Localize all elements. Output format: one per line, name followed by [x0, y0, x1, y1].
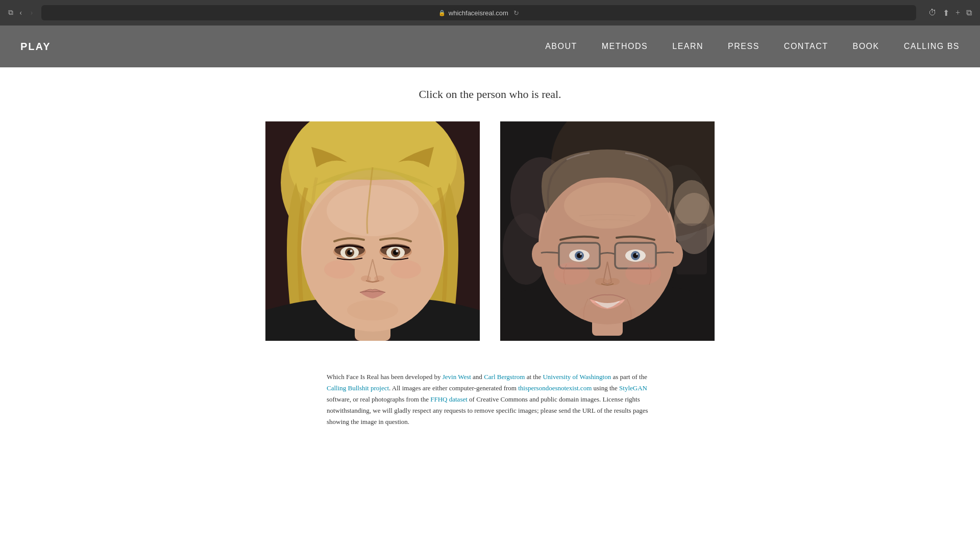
svg-point-55	[579, 302, 635, 324]
university-link[interactable]: University of Washington	[543, 373, 611, 381]
software-text: software, or real photographs from the	[327, 395, 430, 403]
instruction-text: Click on the person who is real.	[0, 88, 980, 101]
using-text: using the	[592, 384, 619, 392]
svg-point-31	[674, 180, 709, 226]
nav-link-methods[interactable]: METHODS	[602, 42, 648, 51]
nav-link-calling-bs[interactable]: CALLING BS	[904, 42, 960, 51]
svg-point-24	[347, 300, 398, 320]
svg-point-54	[625, 262, 661, 285]
portrait-left[interactable]	[265, 121, 480, 341]
svg-point-50	[636, 253, 638, 255]
add-tab-icon[interactable]: +	[955, 8, 960, 18]
back-button[interactable]: ‹	[17, 8, 24, 17]
stylegan-link[interactable]: StyleGAN	[619, 384, 647, 392]
nav-link-contact[interactable]: CONTACT	[784, 42, 828, 51]
suffix1: as part of the	[611, 373, 647, 381]
attribution-prefix: Which Face Is Real has been developed by	[327, 373, 443, 381]
svg-point-36	[564, 183, 651, 229]
browser-chrome: ⧉ ‹ › 🔒 whichfaceisreal.com ↻ ⏱ ⬆ + ⧉	[0, 0, 980, 26]
reload-icon[interactable]: ↻	[513, 9, 519, 17]
svg-point-46	[580, 253, 582, 255]
nav-item-contact[interactable]: CONTACT	[784, 42, 828, 51]
sidebar-icon[interactable]: ⧉	[966, 8, 972, 18]
svg-point-22	[324, 260, 355, 279]
at-text: at the	[525, 373, 543, 381]
author2-link[interactable]: Carl Bergstrom	[484, 373, 525, 381]
svg-point-19	[396, 250, 399, 253]
portrait-right[interactable]	[500, 121, 715, 341]
browser-action-buttons: ⏱ ⬆ + ⧉	[928, 8, 972, 18]
share-icon[interactable]: ⬆	[943, 8, 949, 18]
attribution-paragraph: Which Face Is Real has been developed by…	[327, 371, 653, 428]
nav-link-book[interactable]: BOOK	[853, 42, 879, 51]
nav-link-about[interactable]: ABOUT	[545, 42, 577, 51]
nav-link-press[interactable]: PRESS	[728, 42, 760, 51]
address-bar[interactable]: 🔒 whichfaceisreal.com ↻	[41, 5, 916, 20]
browser-window-controls[interactable]: ⧉	[8, 9, 13, 17]
project-link[interactable]: Calling Bullshit project	[327, 384, 389, 392]
url-text: whichfaceisreal.com	[449, 9, 508, 17]
nav-item-book[interactable]: BOOK	[853, 42, 879, 51]
ffhq-link[interactable]: FFHQ dataset	[430, 395, 468, 403]
footer-attribution: Which Face Is Real has been developed by…	[327, 371, 653, 428]
svg-point-38	[665, 241, 683, 267]
browser-tab-area: ⧉ ‹ ›	[8, 8, 35, 17]
svg-point-53	[554, 262, 590, 285]
face-card-left[interactable]	[265, 121, 480, 341]
thisperson-link[interactable]: thispersondoesnotexist.com	[518, 384, 592, 392]
history-icon[interactable]: ⏱	[928, 8, 937, 18]
nav-item-press[interactable]: PRESS	[728, 42, 760, 51]
and-text: and	[471, 373, 484, 381]
nav-link-learn[interactable]: LEARN	[672, 42, 703, 51]
svg-point-23	[390, 260, 421, 279]
nav-item-about[interactable]: ABOUT	[545, 42, 577, 51]
face-card-right[interactable]	[500, 121, 715, 341]
faces-container	[0, 121, 980, 341]
author1-link[interactable]: Jevin West	[443, 373, 471, 381]
site-navbar: PLAY ABOUT METHODS LEARN PRESS CONTACT B…	[0, 26, 980, 67]
svg-point-37	[532, 241, 550, 267]
main-content: Click on the person who is real.	[0, 67, 980, 527]
svg-point-7	[327, 185, 419, 236]
nav-item-calling-bs[interactable]: CALLING BS	[904, 42, 960, 51]
nav-links: ABOUT METHODS LEARN PRESS CONTACT BOOK C…	[545, 42, 960, 51]
forward-button[interactable]: ›	[28, 8, 35, 17]
brand-logo[interactable]: PLAY	[20, 41, 51, 53]
svg-point-13	[350, 250, 353, 253]
nav-item-learn[interactable]: LEARN	[672, 42, 703, 51]
nav-item-methods[interactable]: METHODS	[602, 42, 648, 51]
line2-text: . All images are either computer-generat…	[389, 384, 518, 392]
lock-icon: 🔒	[438, 10, 446, 16]
window-tile-icon[interactable]: ⧉	[8, 9, 13, 17]
